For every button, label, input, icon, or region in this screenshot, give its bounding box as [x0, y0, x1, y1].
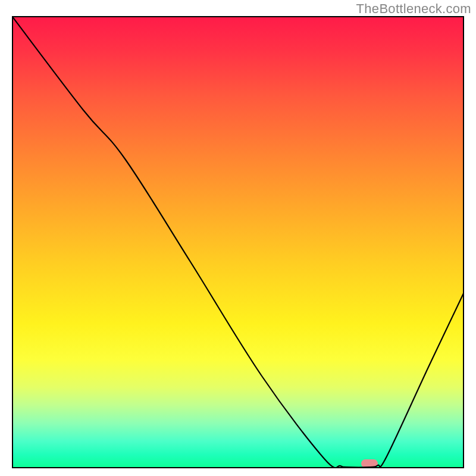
watermark-text: TheBottleneck.com: [356, 1, 471, 17]
chart-container: TheBottleneck.com: [0, 0, 476, 476]
optimum-marker: [361, 459, 378, 468]
plot-gradient-background: [12, 16, 464, 468]
